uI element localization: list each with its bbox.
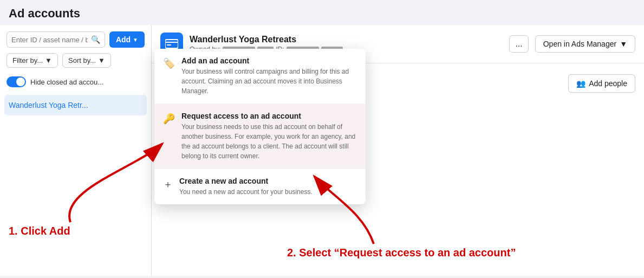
page-header: Ad accounts <box>0 0 644 25</box>
dropdown-item-create-header: ＋ Create a new ad account You need a new… <box>163 177 357 197</box>
add-button[interactable]: Add ▼ <box>109 31 145 48</box>
dropdown-item-add-content: Add an ad account Your business will con… <box>181 56 357 96</box>
hide-closed-row: Hide closed ad accou... <box>4 73 147 90</box>
dropdown-item-request-content: Request access to an ad account Your bus… <box>181 112 357 161</box>
search-input[interactable] <box>11 36 88 44</box>
open-ads-manager-label: Open in Ads Manager <box>543 40 616 48</box>
annotation-1-label: 1. Click Add <box>9 225 70 237</box>
open-ads-manager-button[interactable]: Open in Ads Manager ▼ <box>535 35 635 53</box>
annotation-2: 2. Select “Request access to an ad accou… <box>287 247 516 259</box>
sort-label: Sort by... <box>68 56 96 64</box>
open-ads-manager-chevron-icon: ▼ <box>620 40 627 48</box>
search-add-row: 🔍 Add ▼ <box>4 31 147 48</box>
dropdown-item-request-header: 🔑 Request access to an ad account Your b… <box>163 112 357 161</box>
add-dropdown-menu: 🏷️ Add an ad account Your business will … <box>154 49 366 204</box>
annotation-2-label: 2. Select “Request access to an ad accou… <box>287 247 516 258</box>
sort-button[interactable]: Sort by... ▼ <box>62 53 111 68</box>
page-title: Ad accounts <box>9 7 635 21</box>
more-options-button[interactable]: ... <box>509 35 528 53</box>
svg-rect-1 <box>167 44 171 46</box>
dropdown-item-create-content: Create a new ad account You need a new a… <box>179 177 313 197</box>
tag-icon: 🏷️ <box>163 57 175 69</box>
search-box[interactable]: 🔍 <box>6 31 105 48</box>
dropdown-item-request-access[interactable]: 🔑 Request access to an ad account Your b… <box>154 104 366 169</box>
key-icon: 🔑 <box>163 113 175 125</box>
hide-closed-toggle[interactable] <box>6 76 26 87</box>
annotation-1: 1. Click Add <box>9 225 70 237</box>
add-people-button[interactable]: 👥 Add people <box>568 74 635 93</box>
dropdown-item-request-title: Request access to an ad account <box>181 112 357 120</box>
sidebar: 🔍 Add ▼ Filter by... ▼ Sort by... ▼ <box>0 25 152 276</box>
dropdown-item-add-title: Add an ad account <box>181 56 357 65</box>
dropdown-item-create-new[interactable]: ＋ Create a new ad account You need a new… <box>154 169 366 204</box>
sort-chevron-icon: ▼ <box>98 56 105 64</box>
filter-chevron-icon: ▼ <box>45 56 52 64</box>
more-options-label: ... <box>515 39 522 48</box>
filter-label: Filter by... <box>12 56 43 64</box>
svg-rect-0 <box>165 40 178 48</box>
dropdown-item-request-desc: Your business needs to use this ad accou… <box>181 122 357 161</box>
hide-closed-label: Hide closed ad accou... <box>30 78 103 86</box>
account-list-item[interactable]: Wanderlust Yoga Retr... <box>4 95 147 115</box>
search-icon: 🔍 <box>91 35 100 44</box>
chevron-down-icon: ▼ <box>133 37 138 43</box>
dropdown-item-add-desc: Your business will control campaigns and… <box>181 67 357 96</box>
dropdown-item-add-header: 🏷️ Add an ad account Your business will … <box>163 56 357 96</box>
account-item-label: Wanderlust Yoga Retr... <box>9 101 88 109</box>
add-people-icon: 👥 <box>576 79 586 88</box>
dropdown-item-add-ad-account[interactable]: 🏷️ Add an ad account Your business will … <box>154 49 366 104</box>
filter-button[interactable]: Filter by... ▼ <box>6 53 58 68</box>
add-button-label: Add <box>116 35 131 44</box>
account-name: Wanderlust Yoga Retreats <box>190 35 503 44</box>
dropdown-item-create-title: Create a new ad account <box>179 177 313 185</box>
add-people-label: Add people <box>589 79 627 88</box>
filter-sort-row: Filter by... ▼ Sort by... ▼ <box>4 53 147 68</box>
page-wrapper: Ad accounts 🔍 Add ▼ Filter by... ▼ <box>0 0 644 278</box>
dropdown-item-create-desc: You need a new ad account for your busin… <box>179 187 313 197</box>
plus-icon: ＋ <box>163 178 173 191</box>
